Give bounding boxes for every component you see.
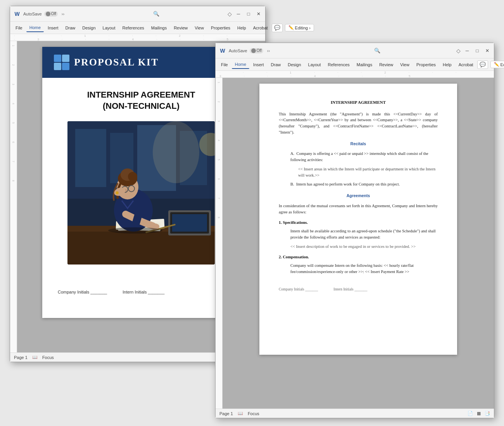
maximize-btn-2[interactable]: □ — [474, 47, 481, 54]
tab-view-2[interactable]: View — [397, 61, 413, 69]
tab-mail-2[interactable]: Mailings — [354, 61, 375, 69]
ribbon-1: File Home Insert Draw Design Layout Refe… — [10, 22, 265, 34]
logo-sq-4 — [62, 63, 69, 70]
page-indicator-1: Page 1 — [14, 355, 28, 360]
page-content: INTERNSHIP AGREEMENT This Internship Agr… — [259, 84, 457, 355]
tab-acro-2[interactable]: Acrobat — [456, 61, 476, 69]
focus-label-1: Focus — [42, 355, 54, 360]
tab-insert-1[interactable]: Insert — [45, 24, 62, 32]
tab-design-1[interactable]: Design — [79, 24, 98, 32]
doc-recital-a-sub: << Insert areas in which the Intern will… — [298, 166, 438, 179]
tab-draw-1[interactable]: Draw — [62, 24, 79, 32]
editing-label-2: Editing — [501, 62, 504, 67]
status-bar-2: Page 1 📖 Focus 📄 ▦ 📑 — [216, 409, 494, 418]
autosave-label-2: AutoSave — [229, 48, 247, 53]
title-chevron-1: ›› — [62, 12, 64, 16]
minimize-btn-1[interactable]: ─ — [235, 10, 242, 17]
tab-view-1[interactable]: View — [192, 24, 207, 32]
title-controls-1: ◇ ─ □ ✕ — [228, 10, 262, 17]
ruler-v-2: 1 2 3 4 5 6 7 8 — [216, 78, 223, 409]
doc-area-2: 1 2 3 4 5 6 7 8 INTERNSHIP AGREEMENT Thi… — [216, 78, 494, 409]
tab-layout-1[interactable]: Layout — [100, 24, 119, 32]
svg-point-27 — [116, 191, 119, 194]
brand-name: Proposal Kit — [74, 57, 159, 68]
ruler-marks-2: · · · 1 · · · 2 · · · 3 · · · 4 · · · 5 — [219, 71, 490, 78]
comment-btn-2[interactable]: 💬 — [477, 60, 488, 69]
tab-review-2[interactable]: Review — [376, 61, 396, 69]
autosave-toggle-1[interactable]: Off — [44, 11, 58, 17]
title-bar-1: W AutoSave Off ›› 🔍 ◇ ─ □ ✕ — [10, 6, 265, 22]
doc-comp-title: 2. Compensation. — [279, 254, 438, 260]
doc-page-footer: Company Initials _______ Intern Initials… — [279, 287, 438, 292]
maximize-btn-1[interactable]: □ — [245, 10, 252, 17]
title-bar-2: W AutoSave Off ›› 🔍 ◇ ─ □ ✕ — [216, 43, 494, 58]
tab-ref-1[interactable]: References — [119, 24, 147, 32]
doc-content: INTERNSHIP AGREEMENT This Internship Agr… — [259, 84, 457, 304]
editing-chevron-1: › — [309, 26, 311, 30]
ruler-marks-1: · · · 1 · · · 2 · · · 3 · · · 4 · · · 5 — [14, 34, 261, 41]
status-right-2: 📄 ▦ 📑 — [468, 411, 490, 416]
tab-review-1[interactable]: Review — [171, 24, 191, 32]
doc-intro: This Internship Agreement (the "Agreemen… — [279, 111, 438, 136]
minimize-btn-2[interactable]: ─ — [464, 47, 471, 54]
tab-home-2[interactable]: Home — [232, 60, 249, 69]
ribbon-2: File Home Insert Draw Design Layout Refe… — [216, 58, 494, 71]
close-btn-2[interactable]: ✕ — [484, 47, 491, 54]
title-center-2: 🔍 — [298, 48, 456, 53]
close-btn-1[interactable]: ✕ — [255, 10, 262, 17]
svg-point-21 — [128, 172, 137, 181]
title-search-1[interactable]: 🔍 — [153, 11, 159, 17]
title-search-2[interactable]: 🔍 — [374, 48, 380, 53]
title-center-1: 🔍 — [85, 11, 228, 17]
tab-draw-2[interactable]: Draw — [268, 61, 284, 69]
ribbon-right-2: 💬 ✏️ Editing › — [477, 60, 504, 69]
view-icon-web-2[interactable]: 📑 — [485, 411, 490, 416]
tab-prop-1[interactable]: Properties — [208, 24, 233, 32]
tab-design-2[interactable]: Design — [285, 61, 304, 69]
page-indicator-2: Page 1 — [219, 411, 233, 416]
doc-comp-body: Company will compensate Intern on the fo… — [290, 263, 438, 275]
svg-line-25 — [128, 189, 128, 189]
illustration-svg — [67, 121, 215, 265]
doc-recital-a: A. Company is offering a << paid or unpa… — [290, 151, 438, 163]
tab-file-2[interactable]: File — [218, 61, 231, 69]
tab-insert-2[interactable]: Insert — [250, 61, 267, 69]
tab-help-2[interactable]: Help — [440, 61, 455, 69]
book-icon-2: 📖 — [238, 411, 243, 416]
editing-btn-1[interactable]: ✏️ Editing › — [285, 24, 314, 31]
tab-prop-2[interactable]: Properties — [413, 61, 439, 69]
autosave-toggle-2[interactable]: Off — [250, 48, 263, 53]
tab-file-1[interactable]: File — [12, 24, 26, 32]
toggle-text-1: Off — [51, 12, 56, 16]
cover-body: INTERNSHIP AGREEMENT (NON-TECHNICAL) — [42, 78, 240, 284]
doc-spec-title: 1. Specifications. — [279, 220, 438, 226]
doc-main-title: INTERNSHIP AGREEMENT — [279, 99, 438, 106]
view-icon-read-2[interactable]: 📄 — [468, 411, 473, 416]
doc-agreements-intro: In consideration of the mutual covenants… — [279, 203, 438, 215]
doc-footer-intern: Intern Initials _______ — [333, 287, 367, 292]
svg-point-6 — [153, 121, 199, 183]
editing-btn-2[interactable]: ✏️ Editing › — [490, 61, 504, 68]
diamond-icon-2: ◇ — [456, 48, 461, 54]
comment-btn-1[interactable]: 💬 — [272, 24, 283, 32]
tab-layout-2[interactable]: Layout — [305, 61, 324, 69]
pencil-icon-2: ✏️ — [494, 62, 499, 67]
editing-label-1: Editing — [295, 26, 308, 30]
doc-recitals-title: Recitals — [279, 141, 438, 147]
doc-spec-insert: << Insert description of work to be enga… — [290, 244, 438, 250]
tab-acro-1[interactable]: Acrobat — [250, 24, 271, 32]
ruler-v-1: 1 2 3 4 5 6 7 8 — [10, 41, 17, 352]
cover-footer: Company Initials _______ Intern Initials… — [42, 284, 240, 300]
ruler-h-1: · · · 1 · · · 2 · · · 3 · · · 4 · · · 5 — [10, 34, 265, 41]
title-chevron-2: ›› — [267, 48, 270, 53]
tab-help-1[interactable]: Help — [234, 24, 249, 32]
view-icon-print-2[interactable]: ▦ — [477, 411, 481, 416]
company-initials: Company Initials _______ — [58, 290, 107, 294]
tab-mail-1[interactable]: Mailings — [148, 24, 170, 32]
ribbon-right-1: 💬 ✏️ Editing › — [272, 24, 314, 32]
page-scroll-2[interactable]: INTERNSHIP AGREEMENT This Internship Agr… — [223, 78, 494, 409]
svg-rect-12 — [172, 214, 207, 232]
intern-initials: Intern Initials _______ — [123, 290, 164, 294]
tab-home-1[interactable]: Home — [26, 24, 44, 32]
tab-ref-2[interactable]: References — [325, 61, 353, 69]
